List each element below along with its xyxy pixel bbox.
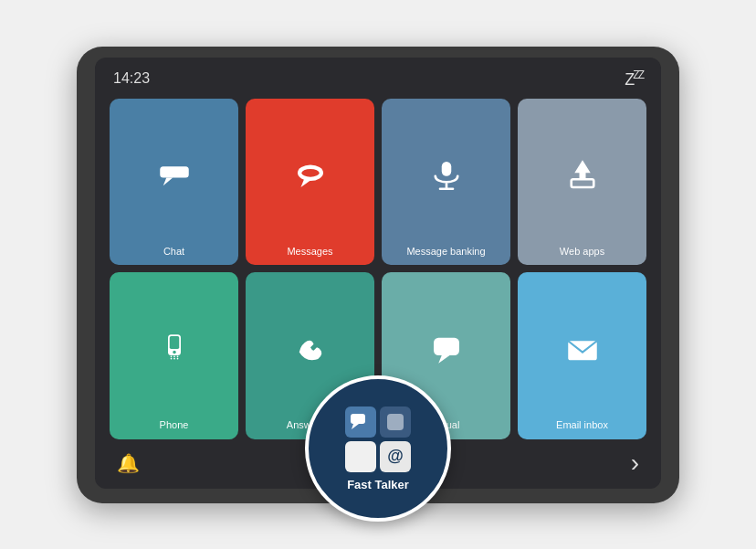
clock-display: 14:23 [113,70,150,87]
tile-chat[interactable]: Chat [110,99,238,266]
emailinbox-icon-area [563,281,602,416]
chat-label: Chat [163,246,184,258]
upload-icon [563,155,602,194]
svg-rect-5 [441,162,451,176]
speechbubble-icon [427,330,466,368]
phone-icon-area [155,281,194,416]
tile-messagebanking[interactable]: Message banking [382,99,510,266]
fast-talker-label: Fast Talker [347,478,409,491]
svg-rect-20 [434,337,459,354]
svg-rect-25 [387,414,404,430]
chat-icon [155,155,194,194]
bell-icon[interactable]: 🔔 [117,452,140,474]
handset-icon [291,330,330,368]
ft-cell-at: @ [380,441,411,472]
messagebanking-label: Message banking [406,246,485,258]
ft-cell-chat [345,406,376,438]
svg-point-12 [173,350,176,354]
tile-messages[interactable]: Messages [246,99,374,266]
sleep-icon: ZZZ [625,69,643,90]
scene: 14:23 ZZZ Chat [0,0,756,549]
phone-label: Phone [160,419,189,431]
messagebanking-icon-area [427,108,466,242]
svg-point-15 [173,355,175,357]
fast-talker-grid: @ [345,406,411,472]
phone-icon [155,330,194,368]
svg-point-14 [170,355,172,357]
svg-point-3 [301,169,319,177]
svg-point-16 [176,355,178,357]
svg-point-18 [173,357,175,359]
tile-emailinbox[interactable]: Email inbox [518,272,646,439]
ft-cell-square [380,406,411,438]
svg-marker-24 [352,424,359,429]
svg-marker-21 [438,355,449,364]
email-icon [563,330,602,368]
svg-rect-23 [351,414,365,424]
svg-marker-1 [163,178,173,186]
svg-rect-0 [160,166,189,177]
tile-webapps[interactable]: Web apps [518,99,646,266]
top-bar: 14:23 ZZZ [110,69,646,90]
chat-icon-area [155,108,194,242]
svg-rect-8 [571,179,593,187]
messages-icon [291,155,330,194]
webapps-icon-area [563,108,602,242]
webapps-label: Web apps [560,246,604,258]
svg-marker-9 [574,160,591,179]
tile-phone[interactable]: Phone [110,272,238,439]
visual-icon-area [427,281,466,416]
messages-icon-area [291,108,330,242]
answering-icon-area [291,281,330,416]
svg-rect-11 [169,336,179,349]
fast-talker-button[interactable]: @ Fast Talker [305,375,451,522]
ft-cell-white1 [345,441,376,472]
mic-icon [427,155,466,194]
emailinbox-label: Email inbox [556,419,608,431]
svg-point-17 [170,357,172,359]
svg-point-19 [176,357,178,359]
messages-label: Messages [287,246,332,258]
next-arrow-icon[interactable]: › [631,449,639,478]
